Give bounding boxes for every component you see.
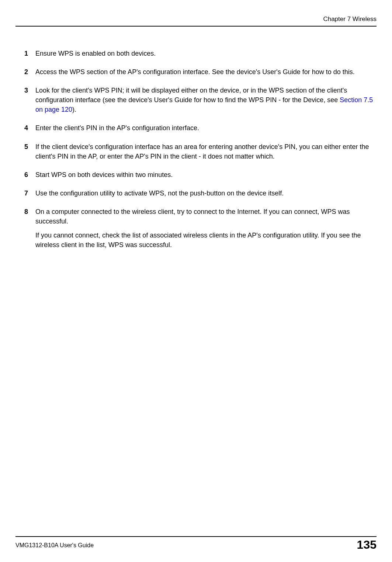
step-number: 8	[24, 207, 35, 250]
text-run: If the client device's configuration int…	[35, 143, 369, 160]
text-run: Access the WPS section of the AP's confi…	[35, 68, 355, 76]
step: 8On a computer connected to the wireless…	[24, 207, 376, 250]
page-number: 135	[357, 536, 377, 553]
footer-guide-name: VMG1312-B10A User's Guide	[15, 541, 94, 549]
step-body: Start WPS on both devices within two min…	[35, 170, 376, 180]
step: 2Access the WPS section of the AP's conf…	[24, 67, 376, 77]
step-paragraph: Start WPS on both devices within two min…	[35, 170, 376, 180]
step-body: Look for the client's WPS PIN; it will b…	[35, 86, 376, 114]
step-paragraph: On a computer connected to the wireless …	[35, 207, 376, 226]
step-paragraph: Enter the client's PIN in the AP's confi…	[35, 123, 376, 133]
step-body: Enter the client's PIN in the AP's confi…	[35, 123, 376, 133]
text-run: On a computer connected to the wireless …	[35, 208, 350, 225]
text-run: If you cannot connect, check the list of…	[35, 232, 361, 249]
text-run: Start WPS on both devices within two min…	[35, 171, 173, 178]
step: 5If the client device's configuration in…	[24, 142, 376, 161]
page: Chapter 7 Wireless 1Ensure WPS is enable…	[0, 0, 392, 562]
step-number: 7	[24, 188, 35, 198]
step-number: 5	[24, 142, 35, 161]
text-run: Ensure WPS is enabled on both devices.	[35, 50, 156, 57]
step-paragraph: If the client device's configuration int…	[35, 142, 376, 161]
step-paragraph: If you cannot connect, check the list of…	[35, 230, 376, 250]
content: 1Ensure WPS is enabled on both devices.2…	[15, 30, 377, 250]
step: 6Start WPS on both devices within two mi…	[24, 170, 376, 180]
chapter-header: Chapter 7 Wireless	[323, 15, 377, 24]
step: 4Enter the client's PIN in the AP's conf…	[24, 123, 376, 133]
step-paragraph: Ensure WPS is enabled on both devices.	[35, 49, 376, 58]
step-number: 6	[24, 170, 35, 180]
step-paragraph: Look for the client's WPS PIN; it will b…	[35, 86, 376, 114]
text-run: Use the configuration utility to activat…	[35, 190, 284, 197]
step-paragraph: Access the WPS section of the AP's confi…	[35, 67, 376, 77]
step-body: Ensure WPS is enabled on both devices.	[35, 49, 376, 58]
text-run: ).	[72, 106, 76, 113]
header: Chapter 7 Wireless	[15, 15, 377, 30]
step-body: On a computer connected to the wireless …	[35, 207, 376, 250]
text-run: Look for the client's WPS PIN; it will b…	[35, 87, 347, 104]
step-body: Use the configuration utility to activat…	[35, 188, 376, 198]
step-body: Access the WPS section of the AP's confi…	[35, 67, 376, 77]
text-run: Enter the client's PIN in the AP's confi…	[35, 124, 199, 132]
step-number: 2	[24, 67, 35, 77]
step: 1Ensure WPS is enabled on both devices.	[24, 49, 376, 58]
step-number: 1	[24, 49, 35, 58]
step-paragraph: Use the configuration utility to activat…	[35, 188, 376, 198]
header-rule	[15, 26, 377, 27]
step-number: 3	[24, 86, 35, 114]
step-body: If the client device's configuration int…	[35, 142, 376, 161]
step-number: 4	[24, 123, 35, 133]
footer-rule	[15, 536, 377, 537]
step: 7Use the configuration utility to activa…	[24, 188, 376, 198]
step: 3Look for the client's WPS PIN; it will …	[24, 86, 376, 114]
